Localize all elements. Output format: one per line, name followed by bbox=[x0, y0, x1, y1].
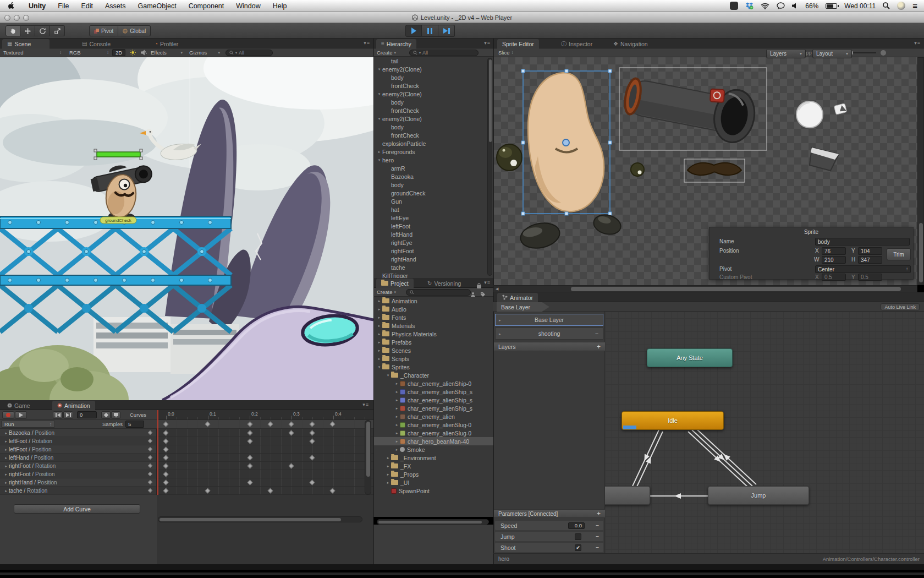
keyframe-diamond[interactable] bbox=[248, 439, 253, 444]
hierarchy-row[interactable]: frontCheck bbox=[374, 131, 493, 139]
tab-animator[interactable]: Animator bbox=[497, 293, 538, 302]
chat-icon[interactable] bbox=[777, 2, 785, 9]
hierarchy-row[interactable]: rightHand bbox=[374, 255, 493, 263]
animator-graph[interactable]: Any State Idle Jump bbox=[605, 312, 924, 553]
expand-arrow-icon[interactable]: ▾ bbox=[385, 373, 391, 377]
pivot-toggle-button[interactable]: Pivot bbox=[89, 25, 118, 36]
rotate-tool-button[interactable] bbox=[35, 25, 50, 36]
hierarchy-row[interactable]: leftEye bbox=[374, 214, 493, 222]
expand-arrow-icon[interactable]: ▸ bbox=[394, 448, 400, 451]
hierarchy-row[interactable]: ▸Foregrounds bbox=[374, 148, 493, 156]
expand-arrow-icon[interactable]: ▸ bbox=[385, 464, 391, 468]
hierarchy-row[interactable]: body bbox=[374, 181, 493, 189]
expand-arrow-icon[interactable]: ▸ bbox=[3, 448, 9, 451]
expand-arrow-icon[interactable]: ▸ bbox=[376, 299, 382, 303]
menu-component[interactable]: Component bbox=[183, 0, 230, 12]
animated-property-row[interactable]: ▸rightFoot /Position bbox=[0, 470, 156, 478]
layer-base-layer[interactable]: ▸ Base Layer bbox=[495, 314, 603, 326]
menu-unity[interactable]: Unity bbox=[23, 0, 52, 12]
layers-dropdown[interactable]: Layers▾ bbox=[766, 49, 806, 58]
timeline-ruler[interactable]: 0:00:10:20:30:4 bbox=[157, 410, 373, 420]
lock-icon[interactable] bbox=[477, 281, 481, 291]
keyframe-diamond[interactable] bbox=[310, 455, 315, 461]
keyframe-diamond[interactable] bbox=[310, 439, 315, 444]
tab-inspector[interactable]: ⓘInspector bbox=[556, 39, 597, 48]
sprite-bean-shadow[interactable] bbox=[518, 220, 562, 252]
expand-arrow-icon[interactable]: ▸ bbox=[3, 456, 9, 460]
dopesheet-lane[interactable] bbox=[157, 470, 373, 478]
project-row[interactable]: ▾Sprites bbox=[374, 363, 493, 371]
keyframe-diamond[interactable] bbox=[163, 430, 169, 436]
search-by-type-icon[interactable] bbox=[470, 290, 476, 299]
sprite-h-field[interactable]: 347 bbox=[858, 256, 882, 264]
sprite-mustache[interactable] bbox=[684, 159, 745, 182]
keyframe-diamond[interactable] bbox=[163, 472, 169, 477]
expand-arrow-icon[interactable]: ▸ bbox=[394, 398, 400, 402]
keyframe-summary-lane[interactable] bbox=[157, 420, 373, 429]
animated-property-row[interactable]: ▸leftFoot /Position bbox=[0, 445, 156, 454]
expand-arrow-icon[interactable]: ▸ bbox=[394, 390, 400, 394]
sprite-name-field[interactable]: body bbox=[815, 238, 910, 246]
hierarchy-row[interactable]: ▾enemy2(Clone) bbox=[374, 114, 493, 123]
hierarchy-row[interactable]: explosionParticle bbox=[374, 139, 493, 148]
tab-hierarchy[interactable]: ≡Hierarchy bbox=[376, 39, 416, 48]
menu-gameobject[interactable]: GameObject bbox=[131, 0, 182, 12]
shading-mode-dropdown[interactable]: Textured↕ bbox=[3, 50, 62, 56]
tab-scene[interactable]: ▦Scene bbox=[2, 39, 50, 48]
hierarchy-row[interactable]: body bbox=[374, 123, 493, 131]
add-layer-icon[interactable]: + bbox=[597, 343, 601, 350]
animated-property-row[interactable]: ▸leftHand /Position bbox=[0, 454, 156, 462]
effects-dropdown[interactable]: Effects▾ bbox=[151, 50, 183, 56]
node-any-state[interactable]: Any State bbox=[647, 348, 733, 367]
tab-profiler[interactable]: ◔Profiler bbox=[150, 39, 183, 48]
menu-edit[interactable]: Edit bbox=[75, 0, 99, 12]
expand-arrow-icon[interactable]: ▸ bbox=[394, 406, 400, 410]
pivot-dot[interactable] bbox=[563, 139, 569, 146]
hierarchy-row[interactable]: groundCheck bbox=[374, 189, 493, 197]
sprite-y-field[interactable]: 104 bbox=[858, 247, 882, 255]
remove-parameter-icon[interactable]: − bbox=[596, 533, 599, 539]
global-toggle-button[interactable]: Global bbox=[118, 25, 151, 36]
prev-key-button[interactable] bbox=[53, 411, 63, 419]
hierarchy-row[interactable]: tail bbox=[374, 57, 493, 65]
add-curve-button[interactable]: Add Curve bbox=[14, 504, 140, 514]
dopesheet-lanes[interactable] bbox=[157, 429, 373, 495]
expand-arrow-icon[interactable]: ▸ bbox=[376, 348, 382, 352]
expand-arrow-icon[interactable]: ▸ bbox=[385, 472, 391, 476]
keyframe-diamond[interactable] bbox=[330, 488, 336, 494]
expand-arrow-icon[interactable]: ▸ bbox=[3, 431, 9, 435]
expand-arrow-icon[interactable]: ▾ bbox=[376, 365, 382, 369]
hierarchy-row[interactable]: ▾enemy2(Clone) bbox=[374, 65, 493, 73]
tab-versioning[interactable]: ↻Versioning bbox=[422, 279, 466, 288]
volume-icon[interactable] bbox=[792, 3, 798, 9]
lighting-toggle-icon[interactable] bbox=[130, 50, 136, 56]
gizmos-dropdown[interactable]: Gizmos▾ bbox=[189, 50, 220, 56]
expand-arrow-icon[interactable]: ▸ bbox=[385, 456, 391, 460]
keyframe-summary-diamond[interactable] bbox=[163, 422, 169, 427]
tab-animation[interactable]: Animation bbox=[52, 401, 95, 410]
record-button[interactable] bbox=[2, 411, 14, 419]
expand-arrow-icon[interactable]: ▸ bbox=[499, 318, 501, 322]
hierarchy-row[interactable]: KillTrigger bbox=[374, 271, 493, 278]
project-row[interactable]: ▸_Props bbox=[374, 470, 493, 478]
project-row[interactable]: ▸char_enemy_alienShip-0 bbox=[374, 379, 493, 388]
project-row[interactable]: ▸Scripts bbox=[374, 355, 493, 363]
project-create-dropdown[interactable]: Create▾ bbox=[377, 289, 396, 295]
hierarchy-search-field[interactable]: ▾ All bbox=[409, 50, 479, 56]
menu-help[interactable]: Help bbox=[267, 0, 293, 12]
expand-arrow-icon[interactable]: ▸ bbox=[394, 415, 400, 418]
panel-menu-icon[interactable]: ▾≡ bbox=[364, 40, 370, 46]
menu-file[interactable]: File bbox=[52, 0, 75, 12]
hierarchy-row[interactable]: rightEye bbox=[374, 238, 493, 247]
dopesheet-lane[interactable] bbox=[157, 487, 373, 495]
remove-layer-icon[interactable]: − bbox=[595, 331, 598, 337]
node-partial[interactable] bbox=[605, 486, 650, 505]
expand-arrow-icon[interactable]: ▸ bbox=[3, 464, 9, 468]
parameter-checkbox[interactable] bbox=[575, 533, 581, 540]
project-row[interactable]: ▸_UI bbox=[374, 478, 493, 487]
keyframe-summary-diamond[interactable] bbox=[289, 422, 294, 427]
project-row[interactable]: ▸Prefabs bbox=[374, 338, 493, 346]
expand-arrow-icon[interactable]: ▸ bbox=[3, 472, 9, 476]
tab-game[interactable]: Game bbox=[2, 401, 35, 410]
sprite-editor-canvas[interactable]: Sprite Name body Position X 76 Y 104 W 2… bbox=[493, 57, 917, 285]
